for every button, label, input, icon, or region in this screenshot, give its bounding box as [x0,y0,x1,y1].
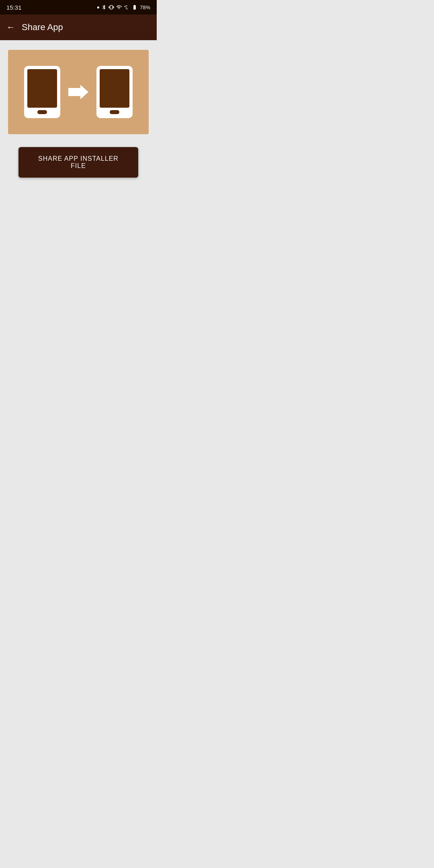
battery-percentage: 78% [140,4,150,10]
share-app-installer-button[interactable]: SHARE APP INSTALLER FILE [18,147,138,178]
battery-icon [131,4,138,10]
source-phone-screen [27,69,57,108]
transfer-arrow-icon [68,85,88,99]
status-icons: ● 78% [97,4,150,10]
back-button[interactable]: ← [6,22,15,33]
page-title: Share App [22,22,63,33]
notification-dot-icon: ● [97,4,100,10]
source-phone-icon [24,66,60,118]
vibrate-icon [108,4,114,10]
app-bar: ← Share App [0,14,157,40]
wifi-icon [116,4,122,10]
signal-icon [124,4,129,10]
bluetooth-icon [101,4,107,10]
illustration-card [8,50,149,134]
source-phone-home-button [37,110,47,114]
main-content: SHARE APP INSTALLER FILE [0,40,157,187]
svg-marker-0 [68,85,88,99]
destination-phone-screen [100,69,129,108]
status-time: 15:31 [6,4,22,11]
destination-phone-home-button [110,110,119,114]
status-bar: 15:31 ● 78% [0,0,157,14]
destination-phone-icon [96,66,133,118]
